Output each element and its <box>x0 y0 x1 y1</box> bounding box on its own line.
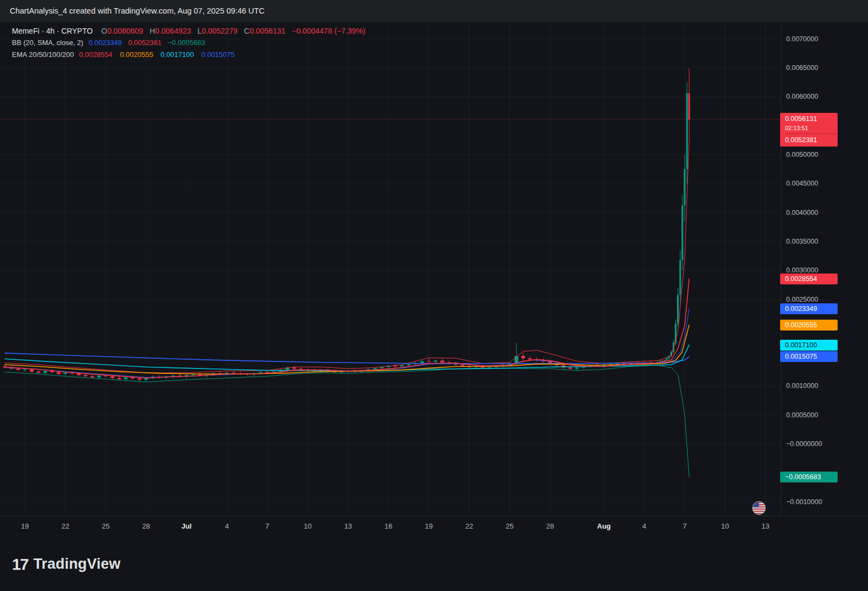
candle-body <box>104 376 107 376</box>
candle-body <box>16 368 20 370</box>
price-axis-label: 0.0040000 <box>786 209 818 217</box>
last-price-badge: 0.005613102:13:510.0052381 <box>780 113 838 147</box>
low-label: L <box>197 27 202 35</box>
time-axis-label: 10 <box>721 522 729 530</box>
ema20-badge: 0.0028554 <box>780 274 838 284</box>
time-axis-label: 4 <box>225 522 229 530</box>
candle-body <box>666 358 668 360</box>
price-axis-label: 0.0035000 <box>786 238 818 245</box>
window-title-bar: ChartAnalysis_4 created with TradingView… <box>0 0 868 22</box>
ema100-value: 0.0017100 <box>161 50 194 59</box>
time-axis-label: 7 <box>682 522 686 530</box>
candle-body <box>661 361 663 361</box>
candle-body <box>488 367 492 367</box>
price-axis-label: 0.0060000 <box>786 93 818 100</box>
time-axis-label: 4 <box>642 522 646 530</box>
bb-basis-line <box>5 309 690 377</box>
time-axis-label: Jul <box>181 522 192 530</box>
close-value: 0.0056131 <box>250 27 285 35</box>
time-axis-label: 28 <box>546 522 554 530</box>
high-label: H <box>150 27 155 35</box>
candle-body <box>622 364 626 364</box>
candle-body <box>232 373 235 373</box>
candle-body <box>688 93 690 119</box>
tradingview-wordmark[interactable]: TradingView <box>33 556 120 573</box>
candle-body <box>192 374 195 375</box>
bb-basis-value: 0.0023349 <box>88 39 122 47</box>
tradingview-logo-icon[interactable]: 17 <box>12 555 28 574</box>
time-axis[interactable]: 19222528Jul4710131619222528Aug471013 <box>0 516 868 538</box>
us-flag-graphic <box>752 501 766 515</box>
open-label: O <box>101 27 107 35</box>
candle-body <box>117 378 121 379</box>
candle-body <box>373 368 377 369</box>
ema100-badge: 0.0017100 <box>780 340 838 351</box>
price-axis-label: 0.0045000 <box>786 180 818 187</box>
us-flag-icon[interactable] <box>752 501 766 515</box>
legend-ema-row[interactable]: EMA 20/50/100/200 0.0028554 0.0020555 0.… <box>12 49 365 61</box>
candle-body <box>420 361 424 363</box>
bb-indicator-title: BB (20, SMA, close, 2) <box>12 39 84 47</box>
candle-body <box>521 356 525 358</box>
time-axis-label: 25 <box>102 522 110 530</box>
candle-body <box>433 361 437 362</box>
candle-body <box>679 260 681 295</box>
candle-body <box>684 169 685 206</box>
ema50-value: 0.0020555 <box>120 50 153 59</box>
candle-body <box>677 295 679 323</box>
price-axis-label: −0.0000000 <box>786 440 822 448</box>
price-chart[interactable] <box>0 22 781 516</box>
high-value: 0.0064923 <box>155 27 191 35</box>
bb-upper-value: 0.0052381 <box>128 39 161 47</box>
time-axis-label: 7 <box>265 522 269 530</box>
time-axis-label: 19 <box>425 522 432 530</box>
chart-legend: MemeFi · 4h · CRYPTO O0.0060609 H0.00649… <box>12 25 365 61</box>
candle-body <box>36 372 40 373</box>
open-value: 0.0060609 <box>107 27 143 35</box>
time-axis-label: 22 <box>61 522 69 530</box>
ema20-value: 0.0028554 <box>79 50 112 59</box>
price-axis-label: 0.0010000 <box>786 382 818 390</box>
bb-lower-badge: −0.0005683 <box>780 472 838 482</box>
bb-basis-badge: 0.0023349 <box>780 303 838 314</box>
price-axis-label: −0.0010000 <box>786 498 822 506</box>
time-axis-label: 28 <box>142 522 150 530</box>
candle-body <box>84 375 87 376</box>
candle-body <box>686 93 688 169</box>
legend-symbol-row[interactable]: MemeFi · 4h · CRYPTO O0.0060609 H0.00649… <box>12 25 365 37</box>
price-axis[interactable]: 0.00700000.00650000.00600000.00500000.00… <box>781 22 868 516</box>
footer-bar: 17 TradingView <box>0 537 868 591</box>
price-axis-label: 0.0050000 <box>786 151 818 158</box>
time-axis-label: Aug <box>597 522 611 530</box>
bb-lower-value: −0.0005683 <box>168 39 205 47</box>
ema200-value: 0.0015075 <box>201 50 234 59</box>
close-label: C <box>244 27 250 35</box>
candle-body <box>681 206 683 260</box>
candle-body <box>43 371 47 373</box>
candle-body <box>124 377 128 379</box>
price-axis-label: 0.0025000 <box>786 296 818 303</box>
ema50-badge: 0.0020555 <box>780 320 838 331</box>
candle-body <box>23 370 27 370</box>
candle-body <box>659 361 661 362</box>
candle-body <box>292 367 296 368</box>
candle-body <box>461 365 464 366</box>
candle-body <box>407 364 411 365</box>
time-axis-label: 13 <box>762 522 769 530</box>
chart-area: MemeFi · 4h · CRYPTO O0.0060609 H0.00649… <box>0 22 868 537</box>
candle-body <box>441 361 444 363</box>
candle-body <box>131 377 135 378</box>
candle-body <box>91 376 94 377</box>
candle-body <box>63 373 67 374</box>
time-axis-label: 25 <box>506 522 513 530</box>
window-title: ChartAnalysis_4 created with TradingView… <box>10 7 265 15</box>
candle-body <box>575 367 579 368</box>
candle-body <box>393 366 397 366</box>
time-axis-label: 19 <box>21 522 29 530</box>
legend-bb-row[interactable]: BB (20, SMA, close, 2) 0.0023349 0.00523… <box>12 37 365 49</box>
candle-body <box>528 358 532 359</box>
ema-indicator-title: EMA 20/50/100/200 <box>12 50 74 59</box>
bb-lower-line <box>5 365 690 477</box>
price-axis-label: 0.0065000 <box>786 64 818 72</box>
candle-body <box>30 370 34 372</box>
